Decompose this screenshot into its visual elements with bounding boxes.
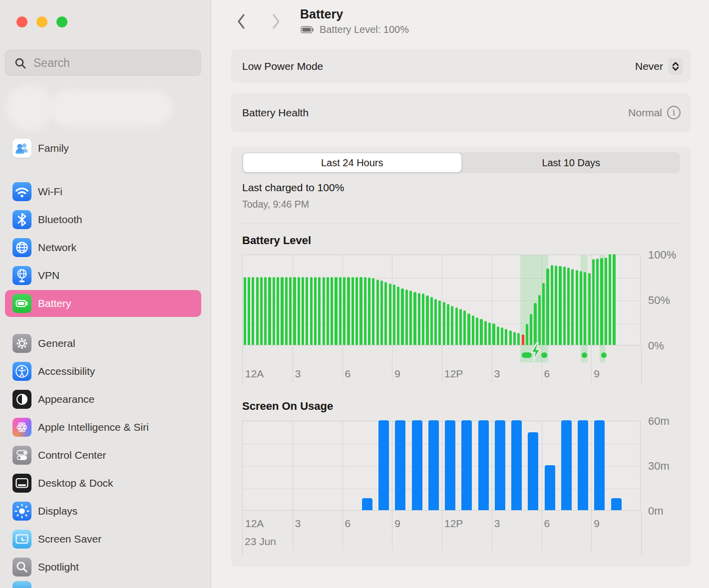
chart-bar: [600, 258, 603, 345]
y-tick-label: 0%: [648, 339, 664, 352]
close-window-button[interactable]: [16, 16, 27, 27]
sidebar-item-wifi[interactable]: Wi-Fi: [5, 178, 201, 205]
bluetooth-icon: [12, 210, 31, 229]
battery-level-status: Battery Level: 100%: [301, 24, 409, 35]
sidebar-item-desktop-dock[interactable]: Desktop & Dock: [5, 470, 201, 497]
chart-bar: [244, 277, 246, 345]
minimize-window-button[interactable]: [36, 16, 47, 27]
chart-bar: [576, 270, 578, 345]
chart-bar: [438, 300, 441, 345]
chart-bar: [592, 259, 595, 345]
chart-bar: [497, 326, 499, 345]
low-power-mode-label: Low Power Mode: [242, 60, 323, 72]
battery-health-label: Battery Health: [242, 107, 309, 119]
y-tick-label: 60m: [648, 415, 670, 428]
grid-line: [492, 421, 492, 550]
chart-bar: [401, 289, 403, 345]
sidebar-item-control-center[interactable]: Control Center: [5, 442, 201, 469]
grid-line: [442, 255, 442, 382]
x-tick-label: 6: [345, 368, 351, 380]
chart-bar: [393, 285, 395, 345]
chart-bar: [559, 266, 561, 345]
back-button[interactable]: [234, 12, 249, 31]
sidebar-item-network[interactable]: Network: [5, 234, 201, 261]
chart-bar: [478, 420, 489, 510]
chart-bar: [488, 322, 491, 345]
accessibility-icon: [12, 362, 31, 381]
sidebar-item-partial-icon[interactable]: [12, 581, 31, 588]
grid-line: [392, 421, 392, 550]
sidebar-item-appearance[interactable]: Appearance: [5, 386, 201, 413]
chart-bar: [289, 277, 292, 345]
sidebar-item-battery[interactable]: Battery: [5, 290, 201, 317]
chevron-up-down-icon: [672, 61, 680, 71]
chart-bar: [264, 277, 267, 345]
battery-level-chart: 12A36912P369100%50%0%: [242, 255, 641, 345]
chart-bar: [281, 277, 283, 345]
chart-bar: [422, 294, 424, 345]
chart-bar: [561, 420, 572, 510]
chart-bar: [445, 420, 455, 510]
sidebar-item-screen-saver[interactable]: Screen Saver: [5, 526, 201, 553]
chart-bar: [323, 277, 325, 345]
sidebar-item-label: Appearance: [38, 393, 94, 405]
displays-icon: [12, 502, 31, 521]
chart-bar: [501, 327, 503, 345]
grid-line: [492, 255, 492, 382]
search-field[interactable]: [5, 50, 201, 76]
page-title: Battery: [300, 7, 343, 21]
x-tick-label: 9: [594, 368, 600, 380]
chart-bar: [522, 334, 524, 345]
grid-line: [542, 421, 542, 550]
chart-bar: [248, 277, 250, 345]
tab-last-24-hours[interactable]: Last 24 Hours: [243, 153, 461, 172]
x-tick-label: 9: [594, 518, 600, 530]
chart-bar: [546, 269, 549, 345]
chart-bar: [596, 259, 599, 345]
chart-bar: [434, 299, 437, 345]
screen-on-usage-chart-title: Screen On Usage: [242, 400, 333, 413]
chart-bar: [542, 283, 545, 345]
sidebar-item-general[interactable]: General: [5, 330, 201, 357]
y-tick-label: 0m: [648, 505, 664, 518]
zoom-window-button[interactable]: [56, 16, 67, 27]
axis-extension-line: [242, 511, 243, 555]
user-name-blurred: [49, 90, 172, 127]
low-power-mode-dropdown[interactable]: [668, 58, 683, 75]
sidebar-item-displays[interactable]: Displays: [5, 498, 201, 525]
chart-bar: [339, 277, 342, 345]
chart-bar: [609, 254, 611, 345]
forward-button[interactable]: [269, 12, 284, 31]
axis-extension-line: [242, 346, 243, 384]
info-icon[interactable]: i: [667, 106, 681, 119]
chart-bar: [495, 420, 505, 510]
chart-bar: [314, 277, 317, 345]
user-avatar-blurred[interactable]: [6, 85, 53, 131]
chart-bar: [364, 277, 366, 345]
chart-bar: [430, 297, 433, 345]
wifi-icon: [12, 182, 31, 201]
gear-icon: [12, 334, 31, 353]
sidebar-item-accessibility[interactable]: Accessibility: [5, 358, 201, 385]
chart-bar: [588, 273, 591, 345]
sidebar-item-spotlight[interactable]: Spotlight: [5, 554, 201, 581]
chart-bar: [611, 498, 622, 510]
sidebar-item-vpn[interactable]: VPN: [5, 262, 201, 289]
sidebar-item-family[interactable]: Family: [5, 135, 201, 162]
x-tick-label: 12A: [245, 368, 264, 380]
chart-bar: [584, 272, 586, 345]
chart-bar: [538, 295, 541, 345]
charge-pill: [582, 352, 587, 358]
search-input[interactable]: [5, 50, 201, 75]
chart-bar: [528, 432, 538, 510]
divider: [242, 223, 680, 224]
sidebar-item-apple-intelligence-siri[interactable]: Apple Intelligence & Siri: [5, 414, 201, 441]
x-tick-label: 6: [544, 518, 550, 530]
last-charged-time: Today, 9:46 PM: [242, 199, 309, 210]
tab-last-10-days[interactable]: Last 10 Days: [462, 152, 681, 173]
appearance-icon: [12, 390, 31, 409]
chart-bar: [530, 314, 532, 345]
battery-settings-pane: Battery Battery Level: 100% Low Power Mo…: [212, 0, 709, 588]
sidebar-item-bluetooth[interactable]: Bluetooth: [5, 206, 201, 233]
ai-siri-icon: [12, 418, 31, 437]
